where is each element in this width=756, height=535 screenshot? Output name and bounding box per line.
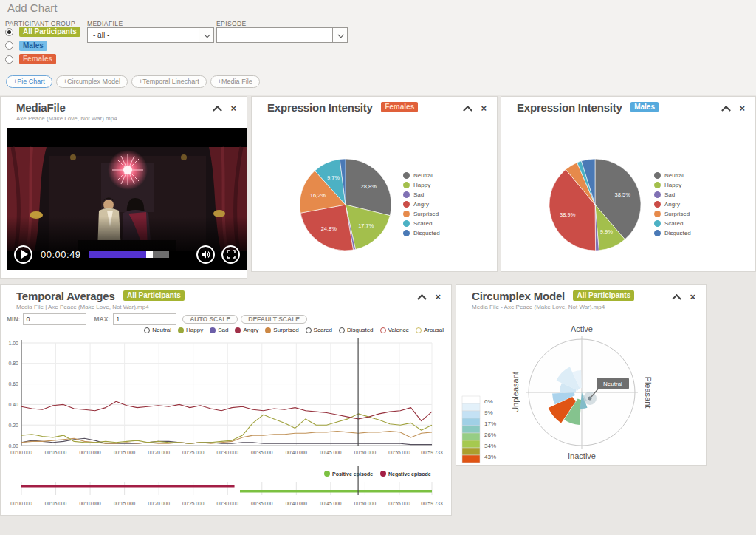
circumplex-model-panel: Circumplex Model All Participants Media … xyxy=(456,284,707,466)
mediafile-select[interactable]: - all - xyxy=(87,27,214,43)
series-toggle-sad[interactable]: Sad xyxy=(210,327,228,333)
episode-bar-negative xyxy=(21,485,235,488)
x-tick-label: 00:25.000 xyxy=(182,501,205,506)
legend-swatch xyxy=(654,201,661,208)
pie-legend: NeutralHappySadAngrySurprisedScaredDisgu… xyxy=(654,172,691,236)
video-progress-handle[interactable] xyxy=(146,251,153,258)
series-toggle-scared[interactable]: Scared xyxy=(306,327,332,333)
video-player[interactable]: 00:00:49 xyxy=(7,128,247,270)
series-line-happy xyxy=(21,414,432,443)
add-button-circumplexmodel[interactable]: +Circumplex Model xyxy=(56,75,128,88)
series-toggle-happy[interactable]: Happy xyxy=(178,327,203,333)
series-swatch xyxy=(210,327,216,333)
collapse-panel-icon[interactable] xyxy=(419,293,425,300)
scale-label: 34% xyxy=(484,443,496,449)
legend-item-surprised: Surprised xyxy=(403,211,440,217)
legend-label: Angry xyxy=(664,201,680,208)
participant-option-females[interactable]: Females xyxy=(5,54,56,64)
axis-label-pleasant: Pleasant xyxy=(644,377,653,409)
collapse-panel-icon[interactable] xyxy=(723,105,729,112)
legend-item-happy: Happy xyxy=(654,182,691,188)
close-panel-icon[interactable]: × xyxy=(230,105,236,112)
slice-label: 9,9% xyxy=(600,228,613,235)
participant-option-males[interactable]: Males xyxy=(5,41,47,51)
auto-scale-button[interactable]: AUTO SCALE xyxy=(182,315,238,324)
collapse-panel-icon[interactable] xyxy=(464,105,471,112)
x-tick-label: 00:59.733 xyxy=(421,450,443,455)
legend-label: Happy xyxy=(664,182,681,188)
radio-button[interactable] xyxy=(5,28,13,36)
add-button-temporallinechart[interactable]: +Temporal Linechart xyxy=(131,75,207,88)
episode-select[interactable] xyxy=(216,27,348,43)
legend-item-neutral: Neutral xyxy=(403,172,440,179)
close-panel-icon[interactable]: × xyxy=(739,105,745,112)
max-input[interactable] xyxy=(113,313,176,325)
scale-swatch xyxy=(462,426,480,433)
series-toggle-arousal[interactable]: Arousal xyxy=(416,327,444,333)
scale-swatch xyxy=(462,396,480,403)
legend-swatch xyxy=(403,220,410,227)
radio-button[interactable] xyxy=(5,41,13,50)
x-tick-label: 00:15.000 xyxy=(114,450,136,455)
series-swatch xyxy=(144,327,150,333)
video-progress-bar[interactable] xyxy=(89,251,169,258)
series-toggle-disgusted[interactable]: Disgusted xyxy=(339,327,374,333)
series-toggle-surprised[interactable]: Surprised xyxy=(265,327,298,333)
scale-swatch xyxy=(462,433,480,440)
series-swatch xyxy=(178,327,184,333)
scale-label: 17% xyxy=(484,420,496,427)
group-badge: Males xyxy=(630,102,659,112)
series-label: Neutral xyxy=(152,327,171,333)
participant-option-all-participants[interactable]: All Participants xyxy=(5,27,80,37)
scale-toolbar: MIN: MAX: AUTO SCALEDEFAULT SCALE xyxy=(7,313,307,325)
series-swatch xyxy=(339,327,345,333)
pie-legend: NeutralHappySadAngrySurprisedScaredDisgu… xyxy=(403,172,440,236)
slice-label: 28,8% xyxy=(361,183,377,190)
close-panel-icon[interactable]: × xyxy=(435,293,441,300)
x-tick-label: 00:55.000 xyxy=(388,450,410,455)
legend-label: Surprised xyxy=(664,211,690,217)
slice-label: 9,7% xyxy=(327,174,340,181)
episode-label: EPISODE xyxy=(216,20,247,27)
scale-swatch xyxy=(462,411,480,418)
x-tick-label: 00:40.000 xyxy=(286,501,308,506)
x-tick-label: 00:50.000 xyxy=(354,501,377,506)
fullscreen-icon[interactable] xyxy=(221,245,240,264)
add-button-piechart[interactable]: +Pie Chart xyxy=(6,75,52,88)
scale-swatch xyxy=(462,455,480,463)
series-toggle-angry[interactable]: Angry xyxy=(235,327,258,333)
speaker-icon[interactable] xyxy=(196,245,215,264)
scale-label: 43% xyxy=(484,454,496,460)
x-tick-label: 00:30.000 xyxy=(217,501,239,506)
legend-swatch xyxy=(654,220,661,227)
participant-option-label: Males xyxy=(19,41,47,51)
collapse-panel-icon[interactable] xyxy=(214,105,221,112)
legend-swatch xyxy=(403,172,410,179)
series-label: Scared xyxy=(314,327,332,333)
expression-intensity-females-panel: Expression Intensity Females × 28,8%17,7… xyxy=(251,96,498,272)
series-toggle-valence[interactable]: Valence xyxy=(380,327,409,333)
legend-swatch xyxy=(654,182,661,188)
participant-option-label: Females xyxy=(19,54,56,64)
add-button-mediafile[interactable]: +Media File xyxy=(210,75,260,88)
x-tick-label: 00:40.000 xyxy=(286,450,308,455)
legend-label: Neutral xyxy=(413,172,433,179)
legend-item-scared: Scared xyxy=(654,220,691,227)
default-scale-button[interactable]: DEFAULT SCALE xyxy=(241,315,307,324)
video-controls: 00:00:49 xyxy=(7,241,247,268)
series-label: Arousal xyxy=(424,327,444,333)
episode-legend-swatch xyxy=(324,471,330,477)
episode-bar-positive xyxy=(240,490,432,493)
y-tick-label: 0.60 xyxy=(8,381,18,386)
temporal-averages-panel: Temporal Averages All Participants Media… xyxy=(0,284,452,516)
x-tick-label: 00:55.000 xyxy=(388,501,410,506)
close-panel-icon[interactable]: × xyxy=(481,105,487,112)
scale-swatch xyxy=(462,448,480,455)
series-toggle-neutral[interactable]: Neutral xyxy=(144,327,171,333)
scale-swatch xyxy=(462,418,480,426)
radio-button[interactable] xyxy=(5,55,13,64)
play-icon[interactable] xyxy=(14,245,32,264)
x-tick-label: 00:25.000 xyxy=(182,450,205,455)
min-input[interactable] xyxy=(23,313,86,325)
mediafile-label: MEDIAFILE xyxy=(87,20,123,27)
